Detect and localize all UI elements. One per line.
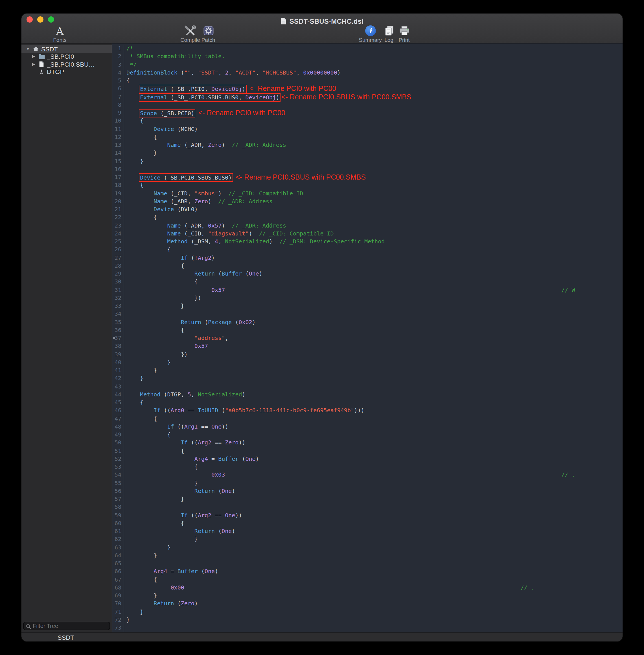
code-line[interactable]: 66 Arg4 = Buffer (One) [112,568,623,576]
filter-field[interactable] [23,622,110,630]
code-line[interactable]: 39 }) [112,351,623,359]
code-line[interactable]: 22 { [112,214,623,222]
code-line[interactable]: 56 Return (One) [112,487,623,496]
code-line[interactable]: 70 Return (Zero) [112,600,623,608]
code-line[interactable]: 8 [112,101,623,109]
zoom-button[interactable] [48,16,54,23]
code-line[interactable]: 62 } [112,536,623,544]
code-line[interactable]: 6 External (_SB_.PCI0, DeviceObj) <- Ren… [112,85,623,93]
line-number: 22 [112,214,124,222]
sidebar-item-sb-pci0[interactable]: ▶_SB.PCI0 [21,53,112,61]
code-line[interactable]: 40 } [112,359,623,367]
fonts-icon: A [56,25,64,37]
titlebar[interactable]: SSDT-SBUS-MCHC.dsl [21,14,623,25]
code-line[interactable]: 43 [112,383,623,391]
code-line[interactable]: 61 Return (One) [112,527,623,536]
code-line[interactable]: 16 [112,165,623,174]
code-line[interactable]: 54 0x03 // . [112,471,623,479]
disclosure-down-icon[interactable]: ▼ [25,47,30,51]
annotation-highlight-box: External (_SB_.PCI0, DeviceObj) [140,86,245,92]
code-line[interactable]: 60 { [112,519,623,528]
code-line[interactable]: 17 Device (_SB.PCI0.SBUS.BUS0) <- Rename… [112,173,623,182]
sidebar-item-ssdt[interactable]: ▼SSDT [21,45,112,53]
code-line[interactable]: 10 { [112,117,623,126]
patch-button[interactable]: Patch [195,24,222,43]
code-line[interactable]: 24 Name (_CID, "diagsvault") // _CID: Co… [112,230,623,238]
code-line[interactable]: 44 Method (DTGP, 5, NotSerialized) [112,391,623,399]
code-line[interactable]: 30 { [112,278,623,286]
fonts-button[interactable]: A Fonts [46,24,73,43]
sidebar-item-dtgp[interactable]: DTGP [21,68,112,76]
code-line[interactable]: 5{ [112,77,623,85]
code-line[interactable]: 14 } [112,149,623,158]
printer-icon [398,25,410,37]
code-line[interactable]: 33 } [112,302,623,310]
code-line[interactable]: 20 Name (_ADR, Zero) // _ADR: Address [112,198,623,206]
code-line[interactable]: 46 If ((Arg0 == ToUUID ("a0b5b7c6-1318-4… [112,407,623,415]
line-number: 72 [112,616,124,624]
code-line-text: Arg4 = Buffer (One) [124,455,259,463]
code-area[interactable]: 1/*2 * SMBus compatibility table.3 */4De… [112,44,623,632]
code-line[interactable]: 27 If (!Arg2) [112,254,623,262]
code-line[interactable]: 65 [112,560,623,568]
code-line[interactable]: 58 [112,503,623,512]
code-line[interactable]: 34 [112,310,623,318]
annotation-highlight-box: Scope (_SB.PCI0) [140,110,194,116]
code-line[interactable]: 68 0x00 // . [112,584,623,592]
code-line[interactable]: 31 0x57 // W [112,286,623,294]
code-line[interactable]: 49 { [112,431,623,439]
code-line[interactable]: 51 { [112,447,623,455]
close-button[interactable] [26,16,33,23]
code-line[interactable]: 73 [112,624,623,632]
code-line[interactable]: 9 Scope (_SB.PCI0) <- Rename PCI0 with P… [112,109,623,117]
code-line[interactable]: 59 If ((Arg2 == One)) [112,511,623,519]
code-line[interactable]: 42 } [112,375,623,383]
line-number: 6 [112,85,124,93]
sidebar-item-sb-pci0-sbu[interactable]: ▶_SB.PCI0.SBU… [21,61,112,68]
code-line[interactable]: 53 { [112,463,623,471]
code-line[interactable]: 3 */ [112,61,623,69]
print-button[interactable]: Print [391,24,418,43]
code-line[interactable]: 41 } [112,366,623,375]
code-line[interactable]: 63 } [112,543,623,552]
filter-input[interactable] [33,623,107,629]
code-line[interactable]: 36 { [112,326,623,335]
code-line[interactable]: 13 Name (_ADR, Zero) // _ADR: Address [112,141,623,149]
code-line[interactable]: 28 { [112,262,623,270]
code-line[interactable]: 32 }) [112,294,623,302]
code-line[interactable]: 52 Arg4 = Buffer (One) [112,455,623,463]
code-editor[interactable]: 1/*2 * SMBus compatibility table.3 */4De… [112,44,623,632]
code-line[interactable]: 7 External (_SB_.PCI0.SBUS.BUS0, DeviceO… [112,93,623,101]
code-line[interactable]: 19 Name (_CID, "smbus") // _CID: Compati… [112,189,623,198]
code-line[interactable]: 18 { [112,182,623,190]
code-line[interactable]: 47 { [112,415,623,423]
disclosure-right-icon[interactable]: ▶ [31,54,36,59]
code-line[interactable]: 38 0x57 [112,342,623,351]
code-line[interactable]: 71 } [112,608,623,616]
code-line[interactable]: 4DefinitionBlock ("", "SSDT", 2, "ACDT",… [112,69,623,77]
code-line[interactable]: 67 { [112,576,623,584]
code-line[interactable]: 11 Device (MCHC) [112,125,623,133]
code-line[interactable]: 23 Name (_ADR, 0x57) // _ADR: Address [112,222,623,230]
code-line[interactable]: 25 Method (_DSM, 4, NotSerialized) // _D… [112,238,623,246]
code-line[interactable]: 29 Return (Buffer (One) [112,270,623,278]
code-line[interactable]: 26 { [112,246,623,254]
code-line[interactable]: 57 } [112,495,623,503]
disclosure-right-icon[interactable]: ▶ [31,62,36,67]
code-line[interactable]: 55 } [112,479,623,487]
code-line[interactable]: 37 "address", [112,334,623,342]
code-line[interactable]: 12 { [112,133,623,141]
code-line[interactable]: 15 } [112,157,623,165]
code-line[interactable]: 48 If ((Arg1 == One)) [112,423,623,431]
line-number: 46 [112,407,124,415]
code-line[interactable]: 2 * SMBus compatibility table. [112,53,623,61]
code-line[interactable]: 45 { [112,399,623,407]
code-line[interactable]: 50 If ((Arg2 == Zero)) [112,439,623,447]
minimize-button[interactable] [37,16,43,23]
code-line[interactable]: 72} [112,616,623,624]
code-line[interactable]: 69 } [112,592,623,600]
code-line[interactable]: 1/* [112,45,623,53]
code-line[interactable]: 64 } [112,552,623,560]
code-line[interactable]: 35 Return (Package (0x02) [112,318,623,326]
code-line[interactable]: 21 Device (DVL0) [112,206,623,214]
